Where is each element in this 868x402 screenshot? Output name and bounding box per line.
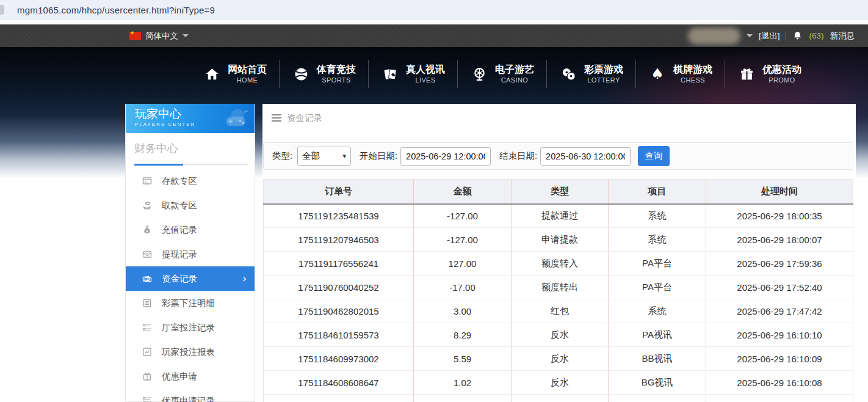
table-cell: 1751191176556241 [264, 252, 414, 276]
table-cell: 3.00 [414, 299, 512, 323]
sidebar-section-underline [134, 164, 248, 165]
spade-icon: ♠ [649, 66, 666, 82]
col-header-project: 项目 [609, 180, 706, 204]
table-row-partial [264, 395, 853, 402]
table-cell: PA平台 [609, 276, 706, 299]
nav-label-zh: 彩票游戏 [584, 64, 623, 76]
table-row: 17511846086086471.02反水BG视讯2025-06-29 16:… [264, 371, 853, 395]
sidebar-item-label: 厅室投注记录 [162, 322, 215, 334]
nav-label-en: PROMO [769, 76, 795, 84]
page: mgm1065.com/hhcp/usercenter.html?iniType… [0, 0, 868, 402]
table-row: 1751190760040252-17.00额度转出PA平台2025-06-29… [264, 276, 853, 299]
sidebar-item-promo-apply[interactable]: 优惠申请 [126, 364, 255, 389]
nav-label-en: SPORTS [322, 76, 350, 84]
sidebar-item-funds-records[interactable]: 资金记录 › [126, 266, 255, 291]
nav-item-home[interactable]: 网站首页HOME [190, 56, 280, 92]
user-group: [退出] (63) 新消息 [688, 24, 855, 47]
table-row: 1751191235481539-127.00提款通过系统2025-06-29 … [264, 204, 853, 228]
type-select-value: 全部 [302, 150, 320, 162]
nav-label-en: CHESS [681, 76, 705, 84]
sidebar-item-withdraw-zone[interactable]: 取款专区 [126, 193, 255, 217]
table-cell: 提款通过 [512, 204, 609, 228]
bell-icon[interactable] [792, 31, 803, 41]
nav-item-lives[interactable]: 真人视讯LIVES [369, 56, 458, 92]
sidebar-item-lottery-bet-details[interactable]: 彩票下注明细 [126, 291, 255, 315]
type-select[interactable]: 全部 ▾ [297, 147, 351, 166]
sidebar-item-label: 优惠申请 [162, 371, 197, 382]
document-icon [142, 298, 153, 308]
table-cell: 反水 [512, 347, 609, 371]
table-cell [609, 395, 706, 402]
messages-label[interactable]: 新消息 [830, 31, 855, 42]
roulette-icon [471, 67, 488, 82]
table-cell: 1751190462802015 [264, 299, 414, 323]
table-cell: 1751184610159573 [264, 323, 414, 347]
nav-item-lottery[interactable]: 彩票游戏LOTTERY [547, 56, 636, 92]
language-selector[interactable]: ★ 简体中文 [129, 24, 189, 47]
nav-label-en: LOTTERY [587, 76, 620, 84]
table-row: 17511846099730025.59反水BB视讯2025-06-29 16:… [264, 347, 853, 371]
main-nav: 网站首页HOME 体育竞技SPORTS 真人视讯LIVES 电子游艺CASINO [190, 47, 814, 101]
language-label: 简体中文 [145, 31, 178, 42]
nav-label-zh: 体育竞技 [317, 64, 356, 76]
sidebar-item-recharge-records[interactable]: 充值记录 [126, 217, 255, 242]
nav-item-sports[interactable]: 体育竞技SPORTS [280, 56, 369, 92]
divider [786, 31, 786, 40]
start-date-input[interactable] [400, 147, 491, 166]
col-header-type: 类型 [512, 180, 609, 204]
sports-ball-icon [292, 67, 309, 82]
nav-label-en: HOME [237, 76, 258, 84]
type-label: 类型: [272, 150, 292, 162]
sidebar-item-deposit-zone[interactable]: 存款专区 [126, 169, 255, 193]
hamburger-icon[interactable] [272, 114, 281, 122]
chevron-down-icon[interactable] [747, 34, 753, 37]
table-cell: 2025-06-29 16:10:09 [706, 347, 853, 371]
sidebar-item-label: 优惠申请记录 [162, 395, 215, 402]
sidebar-item-label: 提现记录 [162, 249, 197, 260]
browser-back-icon[interactable] [0, 5, 4, 15]
nav-label-zh: 真人视讯 [406, 64, 445, 76]
sidebar-item-promo-apply-records[interactable]: 优惠申请记录 [126, 389, 255, 402]
table-cell: 申请提款 [512, 228, 609, 252]
col-header-time: 处理时间 [706, 180, 853, 204]
message-count[interactable]: (63) [809, 31, 823, 40]
table-cell: 5.59 [414, 347, 512, 371]
nav-label-en: LIVES [415, 76, 435, 84]
nav-item-chess[interactable]: ♠ 棋牌游戏CHESS [636, 56, 725, 92]
username-blurred[interactable] [688, 27, 740, 45]
table-cell [414, 395, 512, 402]
table-cell: -17.00 [414, 276, 512, 299]
table-cell: BB视讯 [609, 347, 706, 371]
table-cell: 2025-06-29 17:59:36 [706, 252, 853, 276]
logout-link[interactable]: [退出] [759, 31, 780, 42]
funds-table: 订单号 金额 类型 项目 处理时间 1751191235481539-127.0… [263, 179, 853, 402]
table-cell: 系统 [609, 299, 706, 323]
search-button[interactable]: 查询 [638, 146, 670, 166]
nav-item-promo[interactable]: 优惠活动PROMO [725, 56, 814, 92]
end-date-input[interactable] [540, 147, 631, 166]
sidebar-item-hall-bet-records[interactable]: 厅室投注记录 [126, 315, 255, 340]
table-cell: 系统 [609, 204, 706, 228]
end-date-label: 结束日期: [499, 150, 537, 162]
url-text[interactable]: mgm1065.com/hhcp/usercenter.html?iniType… [17, 5, 215, 15]
col-header-order: 订单号 [264, 180, 414, 204]
sidebar-item-withdraw-records[interactable]: 提现记录 [126, 242, 255, 266]
sidebar-item-player-bet-report[interactable]: 玩家投注报表 [126, 340, 255, 364]
browser-url-bar[interactable]: mgm1065.com/hhcp/usercenter.html?iniType… [0, 0, 868, 20]
banknotes-icon [142, 274, 153, 283]
table-cell: 2025-06-29 18:00:35 [706, 204, 853, 228]
nav-label-en: CASINO [501, 76, 529, 84]
sidebar-section-title: 财务中心 [134, 141, 255, 156]
money-bag-icon [142, 225, 153, 235]
chevron-right-icon: › [242, 272, 247, 285]
table-cell: 反水 [512, 323, 609, 347]
nav-label-zh: 优惠活动 [762, 64, 801, 76]
breadcrumb: 资金记录 [262, 104, 856, 132]
chevron-down-icon [183, 34, 189, 37]
home-icon [203, 67, 220, 82]
table-cell: 1751184608608647 [264, 371, 414, 395]
top-bar: ★ 简体中文 [退出] (63) 新消息 [0, 24, 868, 47]
table-cell: 2025-06-29 18:00:07 [706, 228, 853, 252]
table-row: 17511904628020153.00红包系统2025-06-29 17:47… [264, 299, 853, 323]
nav-item-casino[interactable]: 电子游艺CASINO [458, 56, 547, 92]
